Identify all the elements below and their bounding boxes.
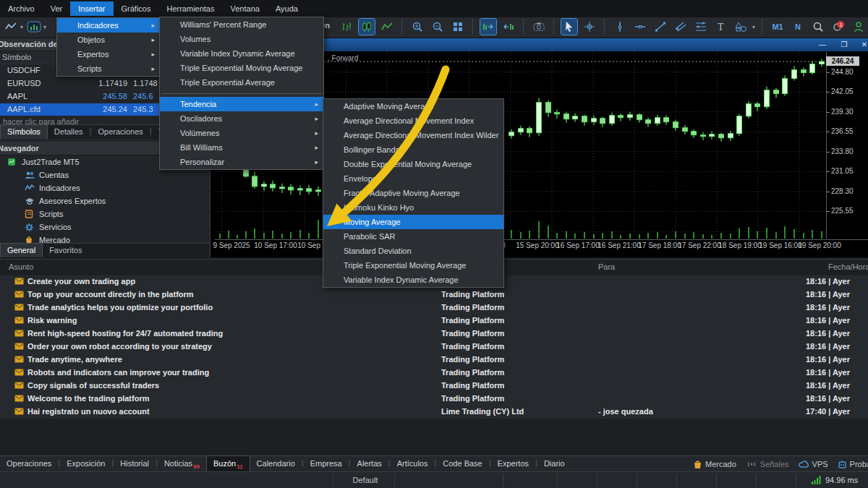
- menu-item-variable-index-dynamic-average[interactable]: Variable Index Dynamic Average: [160, 46, 323, 61]
- menu-herramientas[interactable]: Herramientas: [158, 1, 222, 16]
- crosshair-icon[interactable]: [582, 19, 597, 35]
- profile-name[interactable]: Default: [340, 476, 391, 484]
- profile-icon[interactable]: [851, 19, 867, 35]
- cursor-icon[interactable]: [561, 19, 577, 35]
- menu-item-vol-menes[interactable]: Volúmenes▸: [160, 126, 323, 140]
- bar-chart-icon[interactable]: [339, 19, 354, 35]
- menu-item-expertos[interactable]: Expertos▸: [57, 47, 160, 61]
- tab-historial[interactable]: Historial: [114, 456, 156, 472]
- menu-item-envelopes[interactable]: Envelopes: [323, 171, 503, 186]
- line-chart-icon[interactable]: [379, 19, 395, 35]
- zoom-in-icon[interactable]: [409, 19, 425, 35]
- menu-item-tendencia[interactable]: Tendencia▸: [160, 97, 323, 111]
- tab-buzón[interactable]: Buzón11: [206, 455, 250, 472]
- trendline-icon[interactable]: [652, 19, 668, 35]
- menu-gráficos[interactable]: Gráficos: [114, 1, 159, 16]
- menu-item-objetos[interactable]: Objetos▸: [57, 33, 160, 47]
- mail-row[interactable]: Robots and indicators can improve your t…: [0, 367, 868, 380]
- menu-item-adaptive-moving-average[interactable]: Adaptive Moving Average: [323, 99, 503, 114]
- menu-item-volumes[interactable]: Volumes: [160, 32, 323, 46]
- menu-item-indicadores[interactable]: Indicadores▸: [57, 18, 160, 33]
- menu-item-standard-deviation[interactable]: Standard Deviation: [323, 244, 503, 258]
- navigator-item-asesores-expertos[interactable]: Asesores Expertos: [0, 194, 210, 207]
- tab-exposición[interactable]: Exposición: [60, 456, 111, 472]
- menu-item-double-exponential-moving-average[interactable]: Double Exponential Moving Average: [323, 157, 503, 171]
- menu-item-average-directional-movement-index[interactable]: Average Directional Movement Index: [323, 114, 503, 128]
- navigator-item-servicios[interactable]: Servicios: [0, 221, 210, 234]
- statuslink-probador[interactable]: Probador: [838, 460, 868, 469]
- tab-símbolos[interactable]: Símbolos: [0, 124, 48, 139]
- tab-alertas[interactable]: Alertas: [351, 456, 388, 472]
- mail-row[interactable]: Trade analytics helps you optimize your …: [0, 301, 868, 315]
- time-axis[interactable]: 9 Sep 202510 Sep 17:0010 Sep 21:0015 Sep…: [215, 239, 868, 252]
- tab-operaciones[interactable]: Operaciones: [91, 125, 149, 139]
- mail-row[interactable]: Copy signals of successful tradersTradin…: [0, 380, 868, 393]
- chevron-down-icon[interactable]: ▾: [20, 24, 23, 30]
- statuslink-mercado[interactable]: Mercado: [693, 459, 736, 469]
- tab-empresa[interactable]: Empresa: [304, 456, 349, 472]
- horizontal-line-icon[interactable]: [632, 19, 648, 35]
- menu-item-fractal-adaptive-moving-average[interactable]: Fractal Adaptive Moving Average: [323, 186, 503, 200]
- mail-row[interactable]: Welcome to the trading platformTrading P…: [0, 393, 868, 406]
- pen-icon[interactable]: N: [790, 19, 806, 35]
- notifications-icon[interactable]: 1: [830, 19, 846, 35]
- navigator-item-indicadores[interactable]: Indicadores: [0, 181, 210, 194]
- candlestick-chart-icon[interactable]: [359, 19, 375, 35]
- tab-operaciones[interactable]: Operaciones: [0, 456, 58, 472]
- maximize-button[interactable]: ❐: [836, 39, 852, 50]
- menu-item-average-directional-movement-index-wilder[interactable]: Average Directional Movement Index Wilde…: [323, 128, 503, 142]
- tile-windows-icon[interactable]: [450, 19, 466, 35]
- menu-item-triple-exponential-moving-average[interactable]: Triple Exponential Moving Average: [323, 258, 503, 273]
- tab-diario[interactable]: Diario: [537, 456, 571, 472]
- chevron-down-icon[interactable]: ▾: [43, 24, 46, 30]
- menu-item-bollinger-bands[interactable]: Bollinger Bands: [323, 142, 503, 157]
- shift-chart-left-icon[interactable]: [501, 19, 516, 35]
- minimize-button[interactable]: —: [814, 39, 830, 50]
- mail-row[interactable]: Hai registrato un nuovo accountLime Trad…: [0, 406, 868, 419]
- mail-header-to[interactable]: Para: [598, 262, 615, 271]
- menu-item-personalizar[interactable]: Personalizar▸: [160, 155, 323, 169]
- tab-favoritos[interactable]: Favoritos: [43, 244, 88, 257]
- menu-insertar[interactable]: Insertar: [70, 1, 113, 16]
- mail-row[interactable]: Top up your account directly in the plat…: [0, 288, 868, 302]
- line-chart-type-icon[interactable]: [3, 19, 19, 35]
- menu-ventana[interactable]: Ventana: [223, 1, 268, 16]
- zoom-out-icon[interactable]: [430, 19, 446, 35]
- mail-row[interactable]: Risk warningTrading Platform18:16 | Ayer: [0, 314, 868, 328]
- statuslink-vps[interactable]: VPS: [799, 460, 828, 468]
- menu-item-osciladores[interactable]: Osciladores▸: [160, 111, 323, 126]
- fib-lines-icon[interactable]: [693, 19, 709, 35]
- tab-noticias[interactable]: Noticias99: [158, 456, 206, 472]
- vertical-line-icon[interactable]: [612, 19, 628, 35]
- menu-item-moving-average[interactable]: Moving Average: [323, 215, 503, 229]
- mail-row[interactable]: Order your own robot according to your s…: [0, 341, 868, 354]
- channel-icon[interactable]: [673, 19, 689, 35]
- camera-icon[interactable]: [531, 19, 547, 35]
- menu-item-variable-index-dynamic-average[interactable]: Variable Index Dynamic Average: [323, 273, 503, 287]
- menu-item-williams-percent-range[interactable]: Williams' Percent Range: [160, 17, 323, 32]
- menu-item-parabolic-sar[interactable]: Parabolic SAR: [323, 229, 503, 244]
- shapes-icon[interactable]: [733, 19, 749, 35]
- tab-code-base[interactable]: Code Base: [436, 456, 488, 472]
- navigator-item-scripts[interactable]: Scripts: [0, 207, 210, 221]
- menu-item-scripts[interactable]: Scripts▸: [57, 61, 160, 76]
- shift-chart-end-icon[interactable]: [480, 19, 496, 35]
- tab-artículos[interactable]: Artículos: [391, 456, 435, 472]
- menu-item-triple-exponential-average[interactable]: Triple Exponential Average: [160, 75, 323, 90]
- tab-expertos[interactable]: Expertos: [491, 456, 535, 472]
- tab-general[interactable]: General: [0, 243, 43, 257]
- mail-row[interactable]: Trade anytime, anywhereTrading Platform1…: [0, 354, 868, 367]
- timeframe-m1[interactable]: M1: [770, 19, 786, 35]
- price-axis[interactable]: 244.80242.05239.30236.55233.80231.05228.…: [826, 52, 868, 239]
- menu-item-triple-exponential-moving-average[interactable]: Triple Exponential Moving Average: [160, 61, 323, 75]
- menu-item-ichimoku-kinko-hyo[interactable]: Ichimoku Kinko Hyo: [323, 200, 503, 215]
- mail-row[interactable]: Rent high-speed hosting for 24/7 automat…: [0, 328, 868, 341]
- mail-header-subject[interactable]: Asunto: [9, 262, 33, 271]
- chart-window-icon[interactable]: [26, 19, 42, 35]
- tab-calendario[interactable]: Calendario: [250, 456, 302, 472]
- menu-ver[interactable]: Ver: [43, 1, 71, 16]
- tab-detalles[interactable]: Detalles: [48, 125, 90, 139]
- chevron-down-icon[interactable]: ▾: [752, 24, 755, 30]
- navigator-item-cuentas[interactable]: Cuentas: [0, 168, 210, 181]
- menu-ayuda[interactable]: Ayuda: [268, 1, 306, 16]
